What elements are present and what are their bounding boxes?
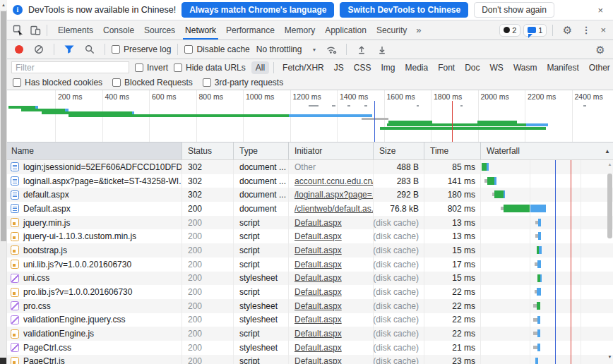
tab-security[interactable]: Security	[371, 21, 412, 40]
checkbox-box[interactable]	[135, 63, 143, 72]
request-name-cell[interactable]: jquery.min.js	[7, 216, 182, 230]
request-row[interactable]: default.aspx302document .../loginall.asp…	[7, 188, 613, 202]
request-name-cell[interactable]: login;jsessionid=52EF606ADFCCD10DFD0...	[7, 160, 182, 174]
request-name-cell[interactable]: PageCtrl.js	[7, 355, 182, 364]
request-row[interactable]: loginall.aspx?page=&ticket=ST-43258-WI..…	[7, 174, 613, 188]
request-name-cell[interactable]: uni.lib.js?v=1.0.0.201606730	[7, 257, 182, 272]
search-icon[interactable]	[81, 41, 98, 58]
network-settings-gear-icon[interactable]: ⚙	[592, 41, 609, 58]
hide-data-urls-checkbox[interactable]: Hide data URLs	[174, 63, 246, 73]
network-overview[interactable]: 200 ms400 ms600 ms800 ms1000 ms1200 ms14…	[7, 90, 613, 142]
request-name-cell[interactable]: validationEngine.jquery.css	[7, 313, 182, 327]
filter-chip-fetch-xhr[interactable]: Fetch/XHR	[278, 61, 328, 74]
request-name-cell[interactable]: Default.aspx	[7, 202, 182, 216]
initiator-link[interactable]: /loginall.aspx?page=...	[294, 190, 374, 200]
tab-sources[interactable]: Sources	[139, 21, 180, 40]
network-conditions-icon[interactable]	[323, 41, 340, 58]
filter-input[interactable]	[11, 61, 129, 73]
3rd-party-requests-checkbox[interactable]: 3rd-party requests	[203, 78, 283, 87]
preserve-log-checkbox[interactable]: Preserve log	[112, 44, 171, 54]
initiator-link[interactable]: Default.aspx	[294, 287, 342, 297]
has-blocked-cookies-checkbox[interactable]: Has blocked cookies	[13, 78, 102, 87]
initiator-link[interactable]: account.ccnu.edu.cn/...	[294, 176, 374, 186]
filter-chip-doc[interactable]: Doc	[460, 61, 484, 74]
import-har-icon[interactable]	[353, 41, 370, 58]
filter-chip-js[interactable]: JS	[330, 61, 348, 74]
error-badge[interactable]: 2	[499, 24, 520, 37]
filter-chip-ws[interactable]: WS	[486, 61, 508, 74]
filter-chip-media[interactable]: Media	[400, 61, 432, 74]
request-row[interactable]: uni.css200stylesheetDefault.aspx(disk ca…	[7, 272, 613, 286]
filter-chip-manifest[interactable]: Manifest	[542, 61, 583, 74]
filter-funnel-icon[interactable]	[61, 41, 78, 58]
request-row[interactable]: PageCtrl.js200scriptDefault.aspx(disk ca…	[7, 355, 613, 364]
request-name-cell[interactable]: pro.lib.js?v=1.0.0.201606730	[7, 285, 182, 299]
scroll-down-icon[interactable]: ▼	[607, 355, 613, 359]
inspect-element-icon[interactable]	[10, 22, 27, 39]
table-scrollbar[interactable]: ▲ ▼	[607, 160, 613, 364]
column-header-time[interactable]: Time	[424, 142, 481, 159]
filter-chip-css[interactable]: CSS	[350, 61, 376, 74]
issues-badge[interactable]: 1	[523, 24, 547, 37]
sort-asc-icon[interactable]: ▲	[605, 148, 610, 154]
initiator-link[interactable]: Default.aspx	[294, 260, 342, 269]
settings-gear-icon[interactable]: ⚙	[559, 22, 576, 39]
request-name-cell[interactable]: pro.css	[7, 299, 182, 313]
filter-chip-all[interactable]: All	[251, 61, 269, 74]
initiator-link[interactable]: Default.aspx	[294, 343, 342, 353]
checkbox-box[interactable]	[203, 78, 211, 87]
request-name-cell[interactable]: bootstrap.js	[7, 243, 182, 257]
initiator-link[interactable]: Default.aspx	[294, 315, 342, 324]
tab-performance[interactable]: Performance	[221, 21, 280, 40]
initiator-link[interactable]: Default.aspx	[294, 231, 342, 241]
initiator-link[interactable]: Default.aspx	[294, 273, 342, 283]
more-tabs-icon[interactable]: »	[412, 25, 425, 35]
switch-to-chinese-button[interactable]: Switch DevTools to Chinese	[340, 2, 468, 18]
request-name-cell[interactable]: PageCtrl.css	[7, 341, 182, 355]
initiator-link[interactable]: Default.aspx	[294, 329, 342, 339]
column-header-waterfall[interactable]: Waterfall▲	[481, 142, 613, 159]
export-har-icon[interactable]	[374, 41, 391, 58]
checkbox-box[interactable]	[112, 78, 121, 87]
column-header-name[interactable]: Name	[7, 142, 182, 159]
infobar-close-icon[interactable]: ×	[593, 5, 607, 16]
request-row[interactable]: pro.lib.js?v=1.0.0.201606730200scriptDef…	[7, 285, 613, 299]
throttling-select[interactable]: No throttling▼	[254, 44, 320, 54]
initiator-link[interactable]: Default.aspx	[294, 218, 342, 228]
column-header-initiator[interactable]: Initiator	[289, 142, 374, 159]
initiator-link[interactable]: Default.aspx	[294, 301, 342, 311]
match-language-button[interactable]: Always match Chrome's language	[181, 2, 334, 18]
dont-show-again-button[interactable]: Don't show again	[474, 2, 554, 18]
request-row[interactable]: pro.css200stylesheetDefault.aspx(disk ca…	[7, 299, 613, 313]
checkbox-box[interactable]	[174, 63, 182, 72]
scrollbar-thumb[interactable]	[607, 174, 612, 238]
request-row[interactable]: bootstrap.js200scriptDefault.aspx(disk c…	[7, 243, 613, 257]
page-scrollbar[interactable]: ▲	[0, 0, 7, 364]
tab-network[interactable]: Network	[180, 21, 221, 40]
column-header-type[interactable]: Type	[234, 142, 289, 159]
request-name-cell[interactable]: jquery-ui-1.10.3.custom.min.js	[7, 229, 182, 243]
scroll-up-icon[interactable]: ▲	[607, 162, 613, 166]
tab-console[interactable]: Console	[98, 21, 139, 40]
request-row[interactable]: validationEngine.jquery.css200stylesheet…	[7, 313, 613, 327]
request-name-cell[interactable]: validationEngine.js	[7, 327, 182, 341]
disable-cache-checkbox[interactable]: Disable cache	[184, 44, 249, 54]
initiator-link[interactable]: Default.aspx	[294, 356, 342, 364]
devtools-close-icon[interactable]: ×	[596, 25, 610, 35]
request-row[interactable]: validationEngine.js200scriptDefault.aspx…	[7, 327, 613, 341]
request-row[interactable]: jquery-ui-1.10.3.custom.min.js200scriptD…	[7, 229, 613, 243]
request-row[interactable]: PageCtrl.css200stylesheetDefault.aspx(di…	[7, 341, 613, 355]
initiator-link[interactable]: /clientweb/default.as...	[294, 204, 374, 214]
invert-checkbox[interactable]: Invert	[135, 63, 168, 73]
checkbox-box[interactable]	[13, 78, 21, 87]
scrollbar-thumb[interactable]	[1, 11, 6, 241]
filter-chip-other[interactable]: Other	[585, 61, 613, 74]
tab-memory[interactable]: Memory	[280, 21, 320, 40]
filter-chip-img[interactable]: Img	[376, 61, 399, 74]
checkbox-box[interactable]	[112, 45, 120, 54]
request-row[interactable]: uni.lib.js?v=1.0.0.201606730200scriptDef…	[7, 257, 613, 272]
request-row[interactable]: jquery.min.js200scriptDefault.aspx(disk …	[7, 216, 613, 230]
record-icon[interactable]	[15, 45, 23, 54]
tab-elements[interactable]: Elements	[53, 21, 98, 40]
request-name-cell[interactable]: loginall.aspx?page=&ticket=ST-43258-WI..…	[7, 174, 182, 188]
